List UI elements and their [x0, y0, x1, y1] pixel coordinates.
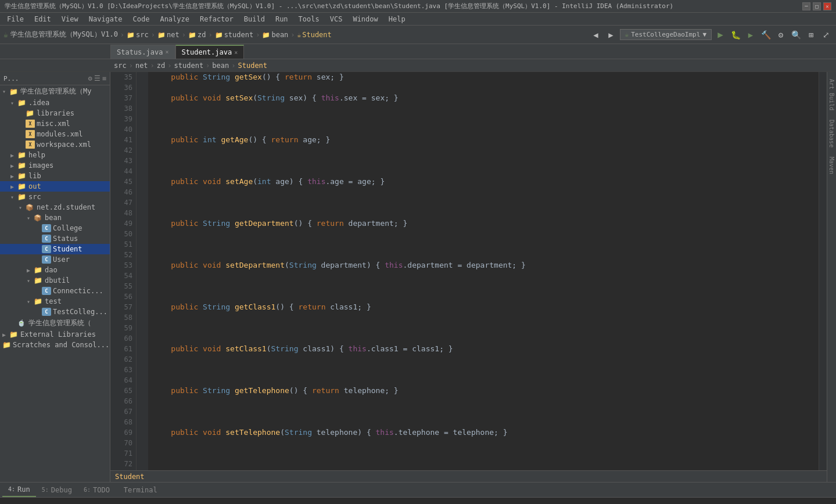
- tree-label: libraries: [37, 109, 74, 117]
- code-container[interactable]: 3536373839404142434445464748495051525354…: [110, 72, 827, 470]
- tree-item-lib[interactable]: ▶📁lib: [0, 171, 110, 181]
- menu-item-navigate[interactable]: Navigate: [84, 14, 127, 24]
- run-config-selector[interactable]: ☕ TestCollegeDaoImpl ▼: [620, 29, 712, 40]
- build-icon[interactable]: 🔨: [759, 28, 772, 41]
- menu-bar: FileEditViewNavigateCodeAnalyzeRefactorB…: [0, 13, 836, 26]
- code-editor[interactable]: public String getSex() { return sex; } p…: [148, 72, 819, 470]
- debug-button[interactable]: 🐛: [729, 28, 742, 41]
- breadcrumb-student[interactable]: 📁student: [215, 31, 254, 39]
- tree-item-images[interactable]: ▶📁images: [0, 160, 110, 171]
- code-line-47: [153, 197, 814, 208]
- tab-close-icon[interactable]: ×: [165, 49, 168, 55]
- tree-item-testcolleg---[interactable]: CTestColleg...: [0, 307, 110, 317]
- tree-item-external-libraries[interactable]: ▶📁External Libraries: [0, 329, 110, 340]
- layout-icon[interactable]: ⊞: [805, 28, 817, 41]
- back-button[interactable]: ◀: [590, 28, 602, 41]
- menu-item-window[interactable]: Window: [348, 14, 382, 24]
- tree-item-student[interactable]: CStudent: [0, 244, 110, 254]
- tree-item--idea[interactable]: ▾📁.idea: [0, 98, 110, 108]
- tree-arrow: ▾: [27, 278, 34, 284]
- tree-label: out: [28, 182, 41, 190]
- tree-arrow: ▶: [10, 163, 17, 169]
- menu-item-view[interactable]: View: [57, 14, 83, 24]
- tree-item-workspace-xml[interactable]: Xworkspace.xml: [0, 139, 110, 150]
- sidebar-menu-icon[interactable]: ≡: [102, 74, 106, 82]
- tree-item-status[interactable]: CStatus: [0, 233, 110, 244]
- menu-item-code[interactable]: Code: [128, 14, 155, 24]
- tab-close-icon[interactable]: ×: [234, 49, 238, 56]
- code-line-64: [153, 375, 814, 386]
- coverage-button[interactable]: ▶: [744, 28, 757, 41]
- bc-item-Student[interactable]: Student: [238, 62, 267, 70]
- minimize-button[interactable]: ─: [802, 2, 810, 10]
- expand-icon[interactable]: ⤢: [820, 28, 833, 41]
- menu-item-edit[interactable]: Edit: [30, 14, 56, 24]
- search-everywhere-icon[interactable]: 🔍: [790, 28, 802, 41]
- tree-item-user[interactable]: CUser: [0, 254, 110, 265]
- code-line-59: [153, 323, 814, 333]
- tree-item-help[interactable]: ▶📁help: [0, 150, 110, 160]
- bc-sep-4: ›: [231, 62, 235, 70]
- menu-item-help[interactable]: Help: [384, 14, 410, 24]
- menu-item-refactor[interactable]: Refactor: [195, 14, 238, 24]
- menu-item-tools[interactable]: Tools: [294, 14, 324, 24]
- tree-label: 学生信息管理系统（: [28, 318, 91, 328]
- bc-item-net[interactable]: net: [135, 62, 148, 70]
- breadcrumb-bean[interactable]: 📁bean: [262, 31, 288, 39]
- tree-item-connectic---[interactable]: CConnectic...: [0, 286, 110, 296]
- tree-item----------my[interactable]: ▾📁学生信息管理系统（My: [0, 85, 110, 98]
- bottom-tab-run[interactable]: 4: Run: [2, 483, 36, 497]
- bc-item-zd[interactable]: zd: [157, 62, 165, 70]
- database-tab[interactable]: Database: [827, 115, 836, 152]
- tab-Status-java[interactable]: Status.java×: [110, 45, 175, 59]
- breadcrumb-src[interactable]: 📁src: [127, 31, 149, 39]
- gutter-line-55: [137, 281, 148, 291]
- tree-item-dbutil[interactable]: ▾📁dbutil: [0, 275, 110, 286]
- bottom-tab-terminal[interactable]: Terminal: [116, 483, 163, 497]
- tree-item-src[interactable]: ▾📁src: [0, 192, 110, 202]
- main-layout: P... ⚙ ☰ ≡ ▾📁学生信息管理系统（My▾📁.idea 📁librari…: [0, 72, 836, 482]
- bc-item-bean[interactable]: bean: [212, 62, 229, 70]
- tree-item-bean[interactable]: ▾📦bean: [0, 213, 110, 223]
- bottom-tab-label: Debug: [51, 486, 72, 494]
- bc-item-student[interactable]: student: [174, 62, 204, 70]
- tree-item-test[interactable]: ▾📁test: [0, 296, 110, 307]
- tree-item----------[interactable]: 🍵学生信息管理系统（: [0, 317, 110, 329]
- gutter-line-54: [137, 271, 148, 281]
- breadcrumb-student-class[interactable]: ☕Student: [297, 31, 332, 39]
- run-button[interactable]: ▶: [714, 28, 727, 41]
- maven-tab[interactable]: Maven: [827, 152, 836, 179]
- tree-item-dao[interactable]: ▶📁dao: [0, 265, 110, 275]
- tree-item-scratches-and-consol---[interactable]: 📁Scratches and Consol...: [0, 340, 110, 350]
- tree-label: User: [53, 255, 70, 264]
- project-label: 学生信息管理系统（MySQL）V1.0: [10, 30, 118, 39]
- sidebar-settings-icon[interactable]: ⚙: [88, 74, 92, 82]
- tree-item-misc-xml[interactable]: Xmisc.xml: [0, 118, 110, 129]
- menu-item-build[interactable]: Build: [239, 14, 270, 24]
- sidebar-gear-icon[interactable]: ☰: [94, 74, 101, 82]
- tree-item-college[interactable]: CCollege: [0, 223, 110, 233]
- menu-item-file[interactable]: File: [2, 14, 28, 24]
- bottom-tab-label: TODO: [93, 486, 110, 494]
- line-num-39: 39: [110, 114, 132, 124]
- menu-item-analyze[interactable]: Analyze: [155, 14, 194, 24]
- forward-button[interactable]: ▶: [605, 28, 618, 41]
- breadcrumb-zd[interactable]: 📁zd: [188, 31, 206, 39]
- menu-item-vcs[interactable]: VCS: [325, 14, 347, 24]
- breadcrumb-net[interactable]: 📁net: [157, 31, 180, 39]
- tree-item-modules-xml[interactable]: Xmodules.xml: [0, 129, 110, 139]
- tree-item-out[interactable]: ▶📁out: [0, 181, 110, 192]
- menu-item-run[interactable]: Run: [271, 14, 293, 24]
- bottom-tab-todo[interactable]: 6: TODO: [78, 483, 116, 497]
- bottom-tab-debug[interactable]: 5: Debug: [36, 483, 78, 497]
- art-build-tab[interactable]: Art Build: [827, 74, 836, 115]
- line-num-54: 54: [110, 271, 132, 281]
- tree-item-net-zd-student[interactable]: ▾📦net.zd.student: [0, 202, 110, 213]
- bc-item-src[interactable]: src: [114, 62, 127, 70]
- line-num-55: 55: [110, 281, 132, 291]
- tree-item-libraries[interactable]: 📁libraries: [0, 108, 110, 118]
- close-button[interactable]: ✕: [823, 2, 831, 10]
- maximize-button[interactable]: □: [813, 2, 821, 10]
- tab-Student-java[interactable]: Student.java×: [175, 45, 245, 59]
- settings-icon[interactable]: ⚙: [774, 28, 787, 41]
